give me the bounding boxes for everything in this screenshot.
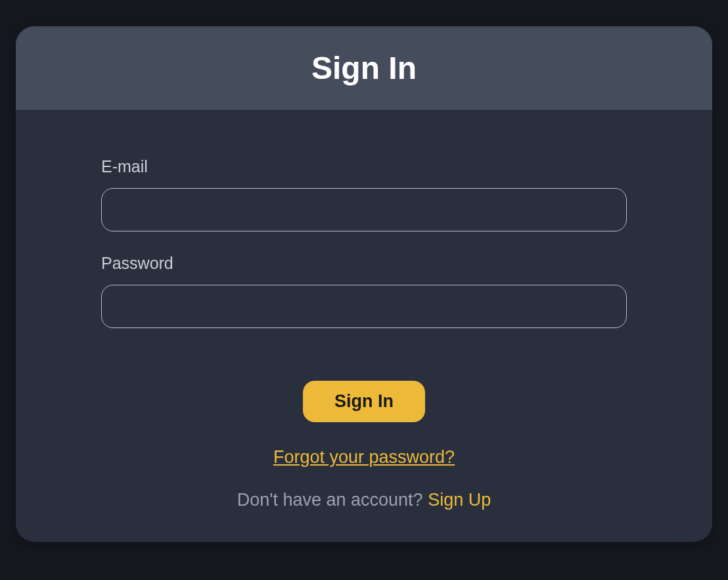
forgot-password-link[interactable]: Forgot your password? [273, 447, 455, 468]
email-group: E-mail [101, 157, 627, 231]
signin-card: Sign In E-mail Password Sign In Forgot y… [16, 26, 712, 542]
signup-link[interactable]: Sign Up [428, 490, 491, 510]
email-field[interactable] [101, 188, 627, 231]
card-body: E-mail Password Sign In Forgot your pass… [16, 110, 712, 542]
password-group: Password [101, 254, 627, 328]
password-field[interactable] [101, 285, 627, 328]
email-label: E-mail [101, 157, 627, 176]
signup-row: Don't have an account? Sign Up [101, 490, 627, 510]
page-title: Sign In [29, 50, 699, 86]
password-label: Password [101, 254, 627, 273]
signup-prompt: Don't have an account? [237, 490, 428, 510]
card-header: Sign In [16, 26, 712, 110]
signin-button[interactable]: Sign In [303, 381, 425, 422]
actions: Sign In Forgot your password? Don't have… [101, 381, 627, 510]
